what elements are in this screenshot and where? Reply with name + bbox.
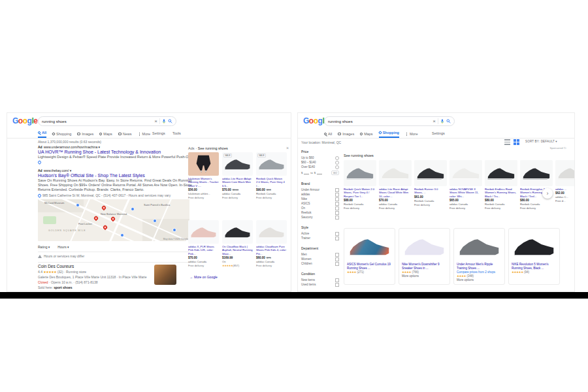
filter-option[interactable]: Over $140 bbox=[301, 165, 339, 169]
product-title[interactable]: Reebok Endless Road Women's Running Shoe… bbox=[485, 188, 517, 198]
red-map-pin[interactable] bbox=[93, 216, 99, 221]
product-image[interactable] bbox=[520, 160, 553, 186]
filter-option[interactable]: Nike bbox=[301, 197, 339, 201]
clear-icon[interactable]: × bbox=[433, 119, 436, 124]
blue-map-pin[interactable] bbox=[120, 233, 124, 237]
checkbox[interactable] bbox=[335, 237, 339, 240]
business-photo[interactable] bbox=[154, 265, 176, 285]
more-options-link[interactable]: More options bbox=[402, 274, 447, 278]
search-tab[interactable]: All bbox=[38, 129, 46, 138]
filter-option[interactable]: Saucony bbox=[301, 215, 339, 220]
local-map[interactable]: McCord Museum New Balance Montreal Foot … bbox=[38, 199, 189, 241]
search-input[interactable]: running shoes bbox=[328, 120, 433, 123]
business-name[interactable]: Coin Des Coureurs bbox=[38, 264, 152, 269]
filter-option[interactable]: Children bbox=[301, 261, 339, 266]
rating-filter[interactable]: Rating ▾ bbox=[38, 245, 50, 249]
more-on-google-link[interactable]: →More on Google bbox=[189, 275, 218, 279]
search-tab[interactable]: Images bbox=[77, 129, 93, 138]
product-image[interactable] bbox=[512, 231, 557, 261]
filter-option[interactable]: Trainer bbox=[301, 236, 339, 240]
product-card[interactable]: SALE adidas Lite Racer Adapt Woven Core … bbox=[222, 152, 253, 220]
search-tab[interactable]: Shopping bbox=[379, 129, 399, 138]
review-count[interactable]: (32) bbox=[57, 270, 63, 274]
search-input[interactable]: running shoes bbox=[42, 120, 154, 123]
product-card[interactable]: Reebok Endless Road Women's Running Shoe… bbox=[485, 160, 517, 223]
checkbox[interactable] bbox=[335, 262, 339, 266]
compare-prices-link[interactable]: Compare prices from 2 shops bbox=[457, 270, 502, 274]
search-tab[interactable]: News bbox=[118, 129, 132, 138]
list-view-icon[interactable] bbox=[504, 139, 510, 145]
go-button[interactable]: GO bbox=[331, 171, 339, 175]
ad-title-link[interactable]: Hudson's Bay® Official Site - Shop The L… bbox=[38, 173, 195, 178]
filter-option[interactable]: Under Armour bbox=[301, 188, 339, 192]
filter-option[interactable]: Active bbox=[301, 231, 339, 236]
product-card[interactable]: Nike Women's Downshifter 9 Sneaker Shoes… bbox=[399, 228, 450, 285]
search-bar[interactable]: running shoes × bbox=[324, 116, 455, 126]
product-title[interactable]: NIKE Revolution 5 Women's Running Shoes,… bbox=[512, 263, 557, 270]
search-tab[interactable]: Images bbox=[338, 129, 354, 138]
product-image[interactable] bbox=[402, 231, 447, 261]
product-title[interactable]: On Cloudflow Black | Asphalt, Neutral Ru… bbox=[222, 245, 253, 255]
product-card[interactable]: Reebok Runner 3.0 Shoes, ... $61.00 Reeb… bbox=[414, 160, 447, 223]
mic-icon[interactable] bbox=[162, 119, 166, 124]
product-title[interactable]: adidas Lite Racer Adapt Shoes Cloud Whit… bbox=[379, 188, 412, 198]
search-icon[interactable] bbox=[446, 119, 451, 123]
product-title[interactable]: adidas X_PLR Shoes Pink Kids 12K, color:… bbox=[188, 245, 219, 255]
search-tab[interactable]: All bbox=[324, 129, 332, 138]
filter-option[interactable]: On bbox=[301, 206, 339, 210]
search-tab[interactable]: More bbox=[138, 129, 151, 138]
product-image[interactable] bbox=[414, 160, 447, 186]
mic-icon[interactable] bbox=[440, 119, 444, 124]
product-card[interactable]: adidas Cloudfoam Pure Shoes Pink Kids 4,… bbox=[256, 220, 287, 288]
product-image[interactable] bbox=[347, 231, 392, 261]
product-title[interactable]: ASICS Women's Gel Cumulus 19 Running Sho… bbox=[347, 263, 392, 270]
product-card[interactable]: Under Armour Men's Ripple Training Shoes… bbox=[453, 228, 505, 285]
radio-button[interactable] bbox=[335, 165, 339, 169]
menu-item[interactable]: Settings bbox=[432, 131, 445, 135]
sort-by-dropdown[interactable]: SORT BY: DEFAULT ▾ bbox=[525, 140, 557, 143]
max-price-input[interactable] bbox=[317, 171, 322, 174]
filter-option[interactable]: ASICS bbox=[301, 201, 339, 206]
checkbox[interactable] bbox=[335, 253, 339, 257]
product-image[interactable] bbox=[344, 160, 376, 186]
filter-option[interactable]: Up to $60 bbox=[301, 155, 339, 160]
filter-option[interactable]: Used items bbox=[301, 282, 339, 287]
checkbox[interactable] bbox=[335, 193, 339, 197]
search-bar[interactable]: running shoes × bbox=[38, 116, 176, 126]
product-title[interactable]: adidas ... bbox=[555, 188, 575, 191]
search-tab[interactable]: Maps bbox=[360, 129, 372, 138]
clear-icon[interactable]: × bbox=[154, 119, 157, 124]
product-card[interactable]: adidas ... $62.00 adidas C... Free d... bbox=[555, 160, 575, 223]
product-card[interactable]: NIKE Revolution 5 Women's Running Shoes,… bbox=[508, 228, 560, 285]
product-card[interactable]: Reebok Quick Motion 2.0 Shoes, Pure Grey… bbox=[344, 160, 376, 223]
product-image[interactable] bbox=[256, 220, 287, 244]
product-title[interactable]: adidas Lite Racer Adapt Woven Core Black… bbox=[222, 177, 253, 188]
blue-map-pin[interactable] bbox=[131, 207, 135, 211]
google-logo[interactable]: Google bbox=[12, 116, 37, 125]
product-card[interactable]: lululemon Women's Running Shorts - Track… bbox=[188, 152, 219, 220]
close-icon[interactable]: × bbox=[286, 146, 289, 150]
product-title[interactable]: Reebok Runner 3.0 Shoes, ... bbox=[414, 188, 447, 195]
product-card[interactable]: adidas Lite Racer Adapt Shoes Cloud Whit… bbox=[379, 160, 412, 223]
product-image[interactable]: SALE bbox=[222, 152, 253, 176]
product-card[interactable]: On Cloudflow Black | Asphalt, Neutral Ru… bbox=[222, 220, 253, 288]
product-image[interactable] bbox=[449, 160, 482, 186]
product-title[interactable]: adidas NOVAFVSE X Shoes White Woven 11, … bbox=[449, 188, 482, 198]
filter-option[interactable]: Reebok bbox=[301, 210, 339, 215]
radio-button[interactable] bbox=[335, 161, 339, 165]
search-icon[interactable] bbox=[168, 119, 172, 123]
product-image[interactable]: SALE bbox=[256, 152, 287, 176]
product-card[interactable]: ASICS Women's Gel Cumulus 19 Running Sho… bbox=[344, 228, 395, 285]
product-image[interactable] bbox=[379, 160, 412, 186]
product-title[interactable]: Nike Women's Downshifter 9 Sneaker Shoes… bbox=[402, 263, 447, 270]
product-card[interactable]: adidas NOVAFVSE X Shoes White Woven 11, … bbox=[449, 160, 482, 223]
blue-map-pin[interactable] bbox=[153, 219, 157, 223]
menu-item[interactable]: Tools bbox=[172, 131, 181, 135]
ad-title-link[interactable]: UA HOVR™ Running Shoe - Latest Technolog… bbox=[38, 150, 195, 154]
red-map-pin[interactable] bbox=[101, 205, 106, 210]
grid-view-icon[interactable] bbox=[514, 139, 519, 145]
product-image[interactable] bbox=[457, 231, 502, 261]
checkbox[interactable] bbox=[335, 202, 339, 206]
product-title[interactable]: Reebok Quick Motion 2.0 Shoes, Pure Grey… bbox=[256, 177, 287, 188]
radio-button[interactable] bbox=[335, 156, 339, 160]
